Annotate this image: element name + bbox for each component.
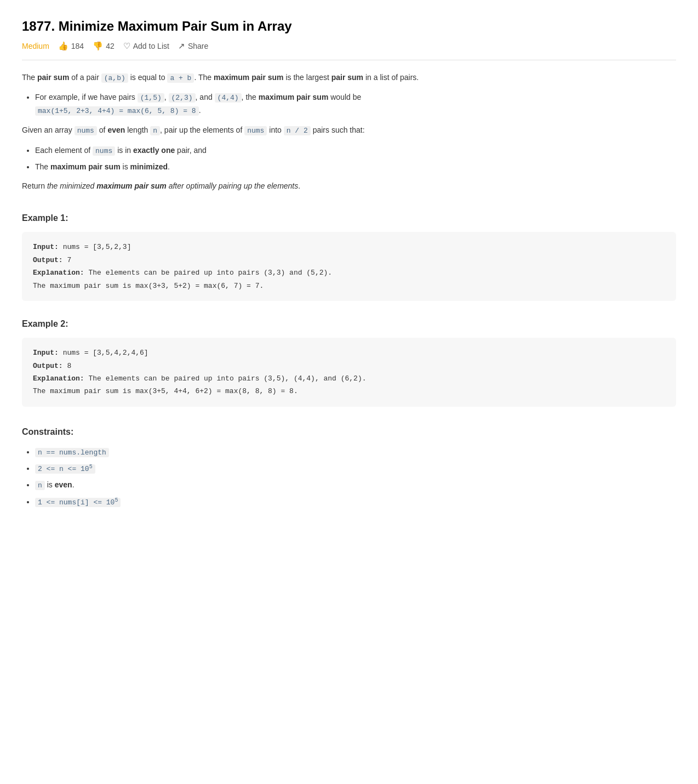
constraint-nums-range-code: 1 <= nums[i] <= 105	[35, 498, 121, 507]
example2-block: Input: nums = [3,5,4,2,4,6] Output: 8 Ex…	[22, 338, 676, 407]
nums-code2: nums	[244, 126, 267, 135]
example-list: For example, if we have pairs (1,5), (2,…	[35, 91, 676, 117]
share-button[interactable]: ↗ Share	[178, 41, 208, 51]
constraint-n-even: n is even.	[35, 479, 676, 492]
example1-explanation-line2: The maximum pair sum is max(3+3, 5+2) = …	[33, 280, 665, 292]
constraints-section: Constraints: n == nums.length 2 <= n <= …	[22, 424, 676, 509]
return-description: Return the minimized maximum pair sum af…	[22, 180, 676, 193]
example1-input: Input: nums = [3,5,2,3]	[33, 241, 665, 253]
thumbs-up-icon: 👍	[58, 41, 68, 51]
examples-section: Example 1: Input: nums = [3,5,2,3] Outpu…	[22, 211, 676, 407]
example2-input-value: nums = [3,5,4,2,4,6]	[63, 349, 148, 357]
example2-title: Example 2:	[22, 316, 676, 331]
pair-code: (a,b)	[101, 73, 128, 83]
example1-input-label: Input:	[33, 243, 59, 251]
difficulty-badge: Medium	[22, 42, 49, 50]
n-div-2-code: n / 2	[284, 126, 311, 135]
problem-title-text: Minimize Maximum Pair Sum in Array	[59, 19, 292, 33]
example1-explanation-text: The elements can be paired up into pairs…	[88, 269, 332, 277]
example-pairs-code3: (4,4)	[215, 93, 242, 103]
likes-button[interactable]: 👍 184	[58, 41, 84, 51]
example2-output-label: Output:	[33, 362, 63, 370]
max-pair-sum-bold2: maximum pair sum	[259, 93, 329, 101]
problem-title: 1877. Minimize Maximum Pair Sum in Array	[22, 18, 676, 35]
example2-input: Input: nums = [3,5,4,2,4,6]	[33, 346, 665, 359]
constraint-n-length-code: n == nums.length	[35, 448, 109, 457]
example1-output-value: 7	[67, 256, 71, 264]
constraint-n-length: n == nums.length	[35, 446, 676, 459]
pair-sum-description: The pair sum of a pair (a,b) is equal to…	[22, 71, 676, 84]
constraint-item-1: Each element of nums is in exactly one p…	[35, 144, 676, 157]
constraint-nums-range: 1 <= nums[i] <= 105	[35, 496, 676, 509]
constraints-title: Constraints:	[22, 424, 676, 439]
dislikes-count: 42	[106, 42, 115, 50]
n-code: n	[150, 126, 160, 135]
example1-output: Output: 7	[33, 254, 665, 266]
add-to-list-label: Add to List	[133, 42, 169, 50]
problem-body: The pair sum of a pair (a,b) is equal to…	[22, 71, 676, 509]
even-bold2: even	[55, 480, 72, 489]
exactly-one-bold: exactly one	[133, 146, 175, 155]
meta-row: Medium 👍 184 👎 42 ♡ Add to List ↗ Share	[22, 41, 676, 60]
example2-output-value: 8	[67, 362, 71, 370]
example-calc-code: max(1+5, 2+3, 4+4) = max(6, 5, 8) = 8	[35, 106, 199, 116]
example1-output-label: Output:	[33, 256, 63, 264]
example1-explanation: Explanation: The elements can be paired …	[33, 266, 665, 279]
problem-container: 1877. Minimize Maximum Pair Sum in Array…	[22, 18, 676, 509]
example2-input-label: Input:	[33, 349, 59, 357]
heart-icon: ♡	[123, 41, 130, 51]
max-pair-sum-bold3: maximum pair sum	[50, 162, 121, 171]
example2-explanation: Explanation: The elements can be paired …	[33, 372, 665, 385]
minimized-bold: minimized	[130, 162, 168, 171]
example1-title: Example 1:	[22, 211, 676, 225]
given-description: Given an array nums of even length n, pa…	[22, 124, 676, 137]
share-label: Share	[188, 42, 208, 50]
constraints-list: Each element of nums is in exactly one p…	[35, 144, 676, 174]
example-pairs-code: (1,5)	[138, 93, 164, 103]
add-to-list-button[interactable]: ♡ Add to List	[123, 41, 169, 51]
constraint-n-range: 2 <= n <= 105	[35, 462, 676, 475]
pair-sum-bold2: pair sum	[331, 73, 363, 82]
example1-explanation-label: Explanation:	[33, 269, 84, 277]
example2-explanation-line2: The maximum pair sum is max(3+5, 4+4, 6+…	[33, 385, 665, 397]
share-icon: ↗	[178, 41, 185, 51]
constraints-bullet-list: n == nums.length 2 <= n <= 105 n is even…	[35, 446, 676, 509]
example2-explanation-text: The elements can be paired up into pairs…	[88, 374, 366, 383]
max-pair-sum-bold: maximum pair sum	[214, 73, 284, 82]
thumbs-down-icon: 👎	[93, 41, 103, 51]
example2-explanation-label: Explanation:	[33, 374, 84, 383]
example-pairs-code2: (2,3)	[169, 93, 196, 103]
a-plus-b-code: a + b	[167, 73, 194, 83]
dislikes-button[interactable]: 👎 42	[93, 41, 115, 51]
return-italic: the minimized maximum pair sum after opt…	[47, 181, 298, 190]
even-bold: even	[107, 126, 125, 134]
constraint-item-2: The maximum pair sum is minimized.	[35, 161, 676, 174]
constraint-n-range-code: 2 <= n <= 105	[35, 464, 95, 474]
example1-block: Input: nums = [3,5,2,3] Output: 7 Explan…	[22, 232, 676, 301]
return-bold: maximum pair sum	[96, 181, 167, 190]
constraint-n-code: n	[35, 481, 45, 490]
example2-output: Output: 8	[33, 360, 665, 372]
nums-code: nums	[75, 126, 97, 135]
pair-sum-bold: pair sum	[37, 73, 69, 82]
problem-number: 1877	[22, 19, 51, 33]
example-list-item: For example, if we have pairs (1,5), (2,…	[35, 91, 676, 117]
example1-input-value: nums = [3,5,2,3]	[63, 243, 131, 251]
likes-count: 184	[71, 42, 84, 50]
nums-code3: nums	[93, 146, 115, 156]
